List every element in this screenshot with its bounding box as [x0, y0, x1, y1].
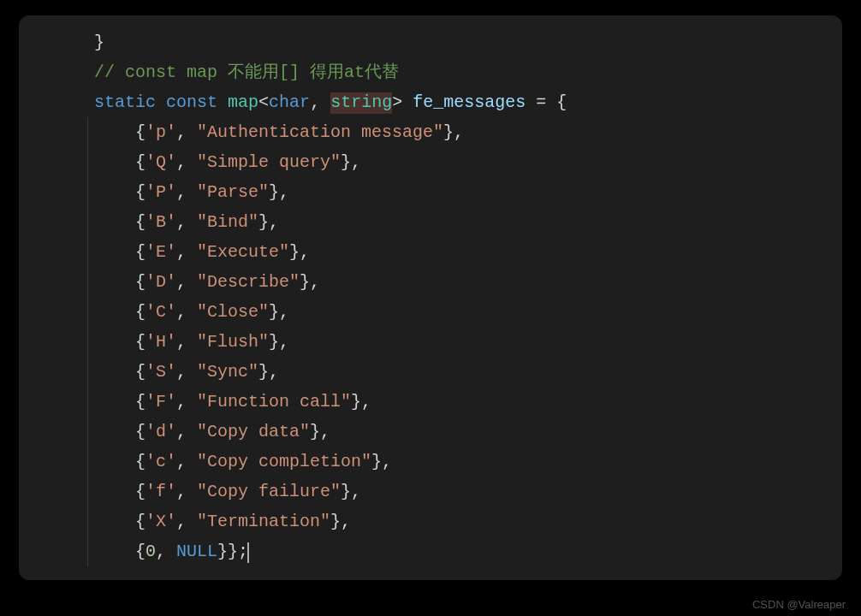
entry-key: 'Q'	[145, 152, 176, 172]
brace-open-icon: {	[135, 212, 145, 232]
brace-open-icon: {	[135, 182, 145, 202]
code-line-entry: {'f', "Copy failure"},	[19, 477, 842, 506]
code-line-entry: {'H', "Flush"},	[19, 327, 842, 357]
angle-open: <	[258, 92, 269, 112]
comma: ,	[176, 272, 197, 292]
entry-key: 'C'	[145, 302, 176, 322]
entry-key: 'c'	[145, 452, 176, 471]
entry-value: "Termination"	[197, 512, 330, 531]
brace-open-icon: {	[135, 152, 145, 172]
code-line-entry: {'S', "Sync"},	[19, 357, 842, 387]
angle-close: >	[392, 92, 402, 112]
brace-open-icon: {	[135, 242, 145, 262]
code-line-entry: {'p', "Authentication message"},	[19, 117, 842, 147]
indent-guide	[87, 237, 88, 267]
brace-open-icon: {	[135, 362, 145, 382]
brace-close-icon: },	[258, 212, 279, 232]
indent-guide	[87, 447, 88, 477]
watermark: CSDN @Valreaper	[752, 598, 846, 611]
entry-value: "Sync"	[197, 362, 258, 382]
code-line-entry: {'X', "Termination"},	[19, 506, 842, 536]
code-editor-panel[interactable]: } // const map 不能用[] 得用at代替 static const…	[19, 15, 842, 580]
comma: ,	[310, 92, 330, 112]
kw-const: const	[166, 92, 217, 112]
entry-value: "Flush"	[197, 332, 269, 352]
entry-key: 'S'	[145, 362, 176, 382]
brace-close-icon: },	[300, 272, 320, 292]
entry-value: "Copy failure"	[197, 482, 341, 501]
comma: ,	[176, 332, 197, 352]
indent-guide	[87, 177, 88, 207]
code-line: }	[19, 27, 842, 57]
brace-open-icon: {	[135, 272, 145, 292]
brace-close-icon: },	[330, 512, 351, 531]
code-line-entry: {'Q', "Simple query"},	[19, 147, 842, 177]
brace-close-icon: },	[289, 242, 310, 262]
entry-value: "Execute"	[197, 242, 289, 262]
type-char: char	[269, 92, 310, 112]
brace-open-icon: {	[135, 122, 145, 142]
comma: ,	[176, 362, 197, 382]
entry-value: "Copy data"	[197, 422, 310, 441]
entry-value: "Describe"	[197, 272, 300, 292]
comma: ,	[176, 392, 197, 412]
brace-open-icon: {	[135, 512, 145, 531]
entry-key: 'P'	[145, 182, 176, 202]
null-literal: NULL	[176, 542, 217, 561]
entry-key: 'F'	[145, 392, 176, 412]
indent-guide	[87, 387, 88, 417]
indent-guide	[87, 536, 88, 566]
code-line-last-entry: {0, NULL}};	[19, 536, 842, 566]
brace-close-icon: },	[269, 182, 289, 202]
entry-key: 'E'	[145, 242, 176, 262]
entry-key: 'p'	[145, 122, 176, 142]
comma: ,	[176, 122, 197, 142]
zero-literal: 0	[145, 542, 156, 561]
indent-guide	[87, 477, 88, 506]
kw-static: static	[94, 92, 156, 112]
entry-value: "Simple query"	[197, 152, 341, 172]
indent-guide	[87, 506, 88, 536]
code-line-declaration: static const map<char, string> fe_messag…	[19, 87, 842, 117]
brace-close-icon: },	[269, 332, 289, 352]
comma: ,	[176, 182, 197, 202]
indent-guide	[87, 147, 88, 177]
brace-open-icon: {	[135, 422, 145, 441]
code-line-entry: {'P', "Parse"},	[19, 177, 842, 207]
entry-key: 'f'	[145, 482, 176, 501]
indent-guide	[87, 267, 88, 297]
brace-open-icon: {	[135, 482, 145, 501]
comma: ,	[176, 482, 197, 501]
comma: ,	[176, 422, 197, 441]
type-string: string	[330, 92, 392, 114]
code-line-entry: {'E', "Execute"},	[19, 237, 842, 267]
code-line-entry: {'B', "Bind"},	[19, 207, 842, 237]
indent-guide	[87, 117, 88, 147]
entry-value: "Bind"	[197, 212, 258, 232]
identifier: fe_messages	[413, 92, 526, 112]
brace-close-icon: },	[310, 422, 330, 441]
code-line-entry: {'C', "Close"},	[19, 297, 842, 327]
brace-close-icon: },	[371, 452, 392, 471]
entry-key: 'D'	[145, 272, 176, 292]
brace-close-icon: },	[269, 302, 289, 322]
entry-key: 'H'	[145, 332, 176, 352]
indent-guide	[87, 297, 88, 327]
brace-close-icon: },	[341, 152, 361, 172]
brace-open-icon: {	[135, 332, 145, 352]
comma: ,	[176, 452, 197, 471]
brace-close-icon: },	[443, 122, 464, 142]
text-cursor	[247, 542, 249, 563]
brace-open-icon: {	[135, 302, 145, 322]
brace-open-icon: {	[135, 392, 145, 412]
comment-text: // const map 不能用[] 得用at代替	[94, 62, 399, 82]
indent-guide	[87, 327, 88, 357]
comma: ,	[176, 242, 197, 262]
code-line-entry: {'F', "Function call"},	[19, 387, 842, 417]
brace-close-icon: },	[258, 362, 279, 382]
code-line-comment: // const map 不能用[] 得用at代替	[19, 57, 842, 87]
entry-value: "Function call"	[197, 392, 351, 412]
code-line-entry: {'D', "Describe"},	[19, 267, 842, 297]
comma: ,	[176, 302, 197, 322]
map-entries: {'p', "Authentication message"}, {'Q', "…	[19, 117, 842, 536]
